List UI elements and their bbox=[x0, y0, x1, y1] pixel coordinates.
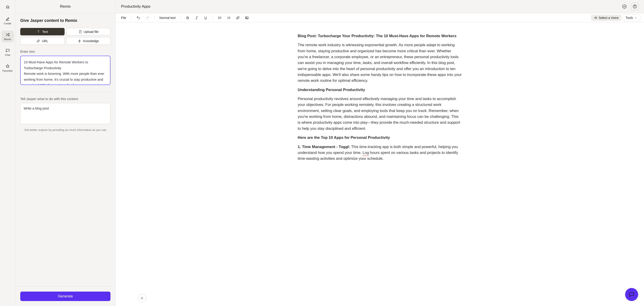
bold-button[interactable] bbox=[184, 15, 192, 21]
svg-point-3 bbox=[218, 17, 219, 17]
select-voice-button[interactable]: Select a Voice bbox=[591, 15, 622, 21]
file-menu[interactable]: File bbox=[119, 15, 128, 21]
nav-chat-label: Chat bbox=[5, 54, 10, 56]
bold-icon bbox=[186, 16, 190, 20]
section-heading: Understanding Personal Productivity bbox=[298, 88, 365, 92]
nav-favorites-label: Favorites bbox=[2, 69, 12, 72]
help-button[interactable] bbox=[631, 3, 638, 10]
chevron-down-icon bbox=[634, 16, 638, 19]
italic-icon bbox=[195, 16, 199, 20]
add-block-button[interactable] bbox=[138, 294, 146, 302]
link-icon bbox=[236, 16, 240, 20]
list-item: 1. Time Management - Toggl: This time-tr… bbox=[298, 144, 462, 162]
instruction-label: Tell Jasper what to do with this content bbox=[20, 97, 110, 101]
svg-point-4 bbox=[218, 18, 219, 18]
paragraph: The remote work industry is witnessing e… bbox=[298, 42, 462, 84]
star-icon bbox=[6, 64, 10, 69]
enter-text-label: Enter text bbox=[20, 50, 110, 53]
spellcheck-mark: Log bbox=[362, 150, 369, 155]
remix-title: Remix bbox=[15, 0, 116, 13]
input-type-url[interactable]: URL bbox=[20, 37, 64, 45]
help-icon bbox=[632, 4, 637, 9]
number-list-icon: 123 bbox=[227, 16, 231, 20]
redo-button[interactable] bbox=[144, 15, 151, 21]
svg-rect-9 bbox=[246, 17, 248, 19]
tools-menu[interactable]: Tools bbox=[622, 15, 640, 21]
nav-favorites[interactable]: Favorites bbox=[1, 62, 14, 74]
bullet-list-icon bbox=[218, 16, 222, 20]
check-circle-icon bbox=[622, 4, 627, 9]
input-type-selector: Text Upload file URL Knowledge bbox=[20, 28, 110, 45]
svg-point-10 bbox=[246, 17, 246, 18]
divider bbox=[20, 92, 110, 92]
nav-remix-label: Remix bbox=[4, 38, 11, 41]
megaphone-icon bbox=[594, 16, 598, 20]
link-button[interactable] bbox=[234, 15, 242, 21]
svg-text:3: 3 bbox=[227, 18, 228, 19]
nav-chat[interactable]: Chat bbox=[1, 46, 14, 58]
document-title: Productivity Apps bbox=[121, 4, 620, 9]
text-icon bbox=[37, 30, 40, 34]
chat-bubble-icon bbox=[628, 291, 635, 298]
home-icon bbox=[6, 5, 10, 10]
pencil-icon bbox=[6, 17, 10, 21]
home-button[interactable] bbox=[4, 3, 12, 11]
image-icon bbox=[245, 16, 249, 20]
text-style-select[interactable]: Normal text bbox=[158, 15, 178, 21]
remix-panel: Remix Give Jasper content to Remix Text … bbox=[15, 0, 116, 306]
content-textarea[interactable] bbox=[20, 56, 110, 85]
bolt-icon bbox=[78, 39, 82, 43]
editor-toolbar: File Normal text 123 Select a Voice Tool… bbox=[116, 13, 644, 22]
svg-point-2 bbox=[635, 8, 635, 8]
icon-sidebar: Create Remix Chat Favorites bbox=[0, 0, 15, 306]
chat-fab[interactable] bbox=[625, 288, 638, 301]
link-icon bbox=[36, 39, 40, 43]
plus-icon bbox=[140, 296, 144, 300]
input-type-upload[interactable]: Upload file bbox=[66, 28, 111, 35]
underline-icon bbox=[204, 16, 208, 20]
editor-content[interactable]: Blog Post: Turbocharge Your Productivity… bbox=[116, 22, 644, 306]
file-icon bbox=[78, 30, 82, 34]
italic-button[interactable] bbox=[193, 15, 200, 21]
nav-remix[interactable]: Remix bbox=[1, 31, 14, 42]
svg-point-0 bbox=[622, 5, 626, 9]
input-type-knowledge[interactable]: Knowledge bbox=[66, 37, 111, 45]
remix-heading: Give Jasper content to Remix bbox=[20, 18, 110, 23]
number-list-button[interactable]: 123 bbox=[225, 15, 233, 21]
nav-create-label: Create bbox=[4, 22, 11, 25]
svg-point-5 bbox=[218, 19, 219, 19]
underline-button[interactable] bbox=[202, 15, 210, 21]
blog-title: Blog Post: Turbocharge Your Productivity… bbox=[298, 34, 456, 38]
hint-text: Get better outputs by providing as much … bbox=[20, 128, 110, 132]
paragraph: Personal productivity revolves around ef… bbox=[298, 96, 462, 132]
redo-icon bbox=[145, 16, 150, 20]
editor-panel: Productivity Apps File Normal text bbox=[116, 0, 644, 306]
bullet-list-button[interactable] bbox=[216, 15, 224, 21]
instruction-textarea[interactable] bbox=[20, 103, 110, 124]
shuffle-icon bbox=[6, 33, 10, 37]
input-type-text[interactable]: Text bbox=[20, 28, 64, 35]
generate-button[interactable]: Generate bbox=[20, 291, 110, 301]
undo-icon bbox=[136, 16, 140, 20]
undo-button[interactable] bbox=[134, 15, 142, 21]
section-heading: Here are the Top 10 Apps for Personal Pr… bbox=[298, 135, 390, 140]
chat-icon bbox=[6, 48, 10, 53]
image-button[interactable] bbox=[243, 15, 251, 21]
check-button[interactable] bbox=[620, 3, 628, 10]
nav-create[interactable]: Create bbox=[1, 15, 14, 27]
